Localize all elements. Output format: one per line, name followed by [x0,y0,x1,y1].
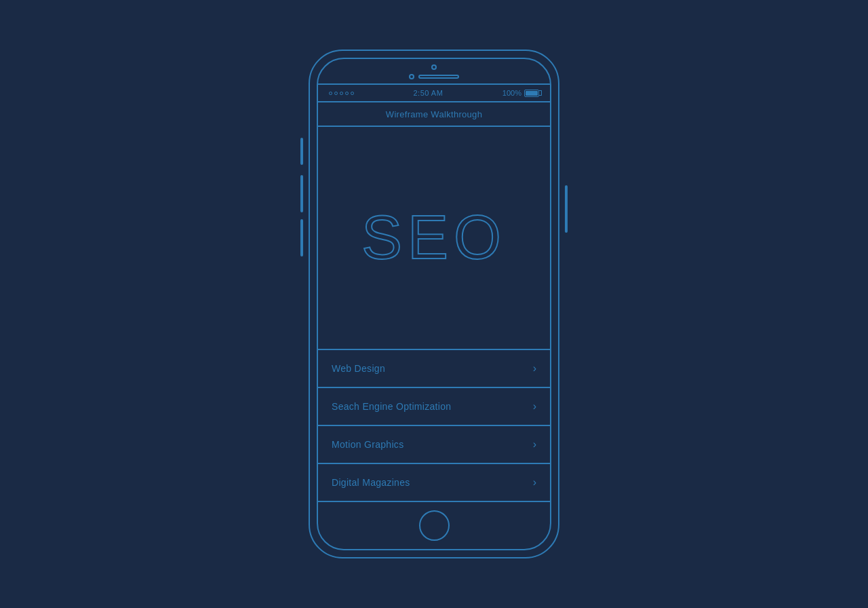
home-button-area [318,501,550,549]
chevron-right-icon: › [533,362,536,375]
menu-label-motion-graphics: Motion Graphics [332,439,403,450]
battery-icon [524,90,539,97]
battery-percent: 100% [502,89,521,97]
mute-button[interactable] [300,138,303,165]
menu-item-motion-graphics[interactable]: Motion Graphics › [318,426,550,464]
status-bar: 2:50 AM 100% [318,83,550,102]
menu-label-seo: Seach Engine Optimization [332,401,451,412]
battery-indicator: 100% [502,89,539,97]
signal-indicator [329,92,354,95]
hero-section: SEO [318,127,550,350]
power-button[interactable] [565,185,568,233]
home-button[interactable] [419,510,450,541]
chevron-right-icon: › [533,400,536,413]
signal-dot-3 [340,92,343,95]
phone-notch [318,59,550,83]
speaker-bar [418,75,459,79]
signal-dot-1 [329,92,332,95]
speaker-area [409,74,459,79]
status-time: 2:50 AM [414,89,443,97]
signal-dot-4 [345,92,349,95]
phone-screen: 2:50 AM 100% Wireframe Walkthrough SEO W… [317,58,551,550]
signal-dot-2 [334,92,338,95]
menu-label-digital-magazines: Digital Magazines [332,477,410,488]
menu-label-web-design: Web Design [332,363,385,374]
menu-item-seo[interactable]: Seach Engine Optimization › [318,388,550,426]
speaker-dot [409,74,414,79]
battery-fill [526,91,538,96]
menu-item-digital-magazines[interactable]: Digital Magazines › [318,464,550,501]
chevron-right-icon: › [533,438,536,451]
hero-text: SEO [361,203,507,273]
phone-frame: 2:50 AM 100% Wireframe Walkthrough SEO W… [309,50,559,558]
navigation-bar: Wireframe Walkthrough [318,102,550,127]
volume-up-button[interactable] [300,175,303,212]
volume-down-button[interactable] [300,219,303,256]
menu-item-web-design[interactable]: Web Design › [318,350,550,388]
nav-title: Wireframe Walkthrough [386,109,482,119]
menu-list: Web Design › Seach Engine Optimization ›… [318,350,550,501]
camera-icon [431,64,437,70]
chevron-right-icon: › [533,476,536,489]
signal-dot-5 [351,92,354,95]
